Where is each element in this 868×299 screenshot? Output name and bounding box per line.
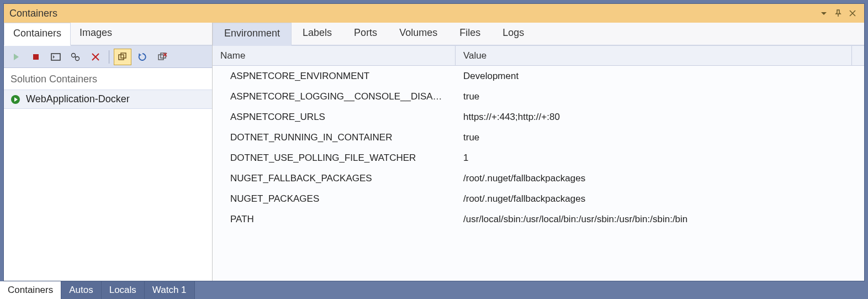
group-header-solution: Solution Containers <box>4 68 212 90</box>
column-header-value[interactable]: Value <box>456 46 852 65</box>
tab-volumes[interactable]: Volumes <box>388 23 448 45</box>
env-value: /root/.nuget/fallbackpackages <box>456 193 864 204</box>
container-name: WebApplication-Docker <box>26 93 130 105</box>
bottom-tab-autos[interactable]: Autos <box>61 281 101 299</box>
table-row[interactable]: PATH/usr/local/sbin:/usr/local/bin:/usr/… <box>213 209 864 229</box>
column-header-name[interactable]: Name <box>213 46 456 65</box>
tab-labels[interactable]: Labels <box>292 23 343 45</box>
containers-toolbar <box>4 46 212 68</box>
env-value: 1 <box>456 153 864 164</box>
container-item[interactable]: WebApplication-Docker <box>4 90 212 109</box>
env-value: Development <box>456 71 864 82</box>
table-row[interactable]: DOTNET_RUNNING_IN_CONTAINERtrue <box>213 127 864 148</box>
show-all-button[interactable] <box>114 49 131 65</box>
tab-environment[interactable]: Environment <box>213 23 292 46</box>
refresh-button[interactable] <box>134 49 151 65</box>
table-row[interactable]: NUGET_PACKAGES/root/.nuget/fallbackpacka… <box>213 188 864 209</box>
content-area: Containers Images <box>4 23 864 281</box>
start-button[interactable] <box>7 49 25 65</box>
table-row[interactable]: ASPNETCORE_URLShttps://+:443;http://+:80 <box>213 107 864 127</box>
bottom-tab-watch1[interactable]: Watch 1 <box>145 281 195 299</box>
table-row[interactable]: ASPNETCORE_ENVIRONMENTDevelopment <box>213 66 864 86</box>
tab-logs[interactable]: Logs <box>491 23 535 45</box>
tab-containers[interactable]: Containers <box>4 23 71 46</box>
containers-tool-window: Containers Containers Images <box>3 3 865 281</box>
env-value: true <box>456 132 864 143</box>
tab-ports[interactable]: Ports <box>343 23 388 45</box>
remove-button[interactable] <box>87 49 104 65</box>
environment-grid[interactable]: ASPNETCORE_ENVIRONMENTDevelopment ASPNET… <box>213 66 864 281</box>
table-row[interactable]: ASPNETCORE_LOGGING__CONSOLE__DISA…true <box>213 86 864 107</box>
close-icon[interactable] <box>846 7 859 19</box>
prune-button[interactable] <box>154 49 171 65</box>
svg-rect-1 <box>51 54 60 60</box>
env-name: PATH <box>213 214 456 225</box>
env-value: /usr/local/sbin:/usr/local/bin:/usr/sbin… <box>456 214 864 225</box>
window-title: Containers <box>9 8 57 19</box>
grid-header: Name Value <box>213 46 864 66</box>
bottom-tab-containers[interactable]: Containers <box>0 281 61 299</box>
titlebar[interactable]: Containers <box>4 4 864 23</box>
detail-tabs: Environment Labels Ports Volumes Files L… <box>213 23 864 46</box>
left-tabs: Containers Images <box>4 23 212 46</box>
env-name: ASPNETCORE_ENVIRONMENT <box>213 71 456 82</box>
env-name: NUGET_FALLBACK_PACKAGES <box>213 173 456 184</box>
env-name: DOTNET_RUNNING_IN_CONTAINER <box>213 132 456 143</box>
tab-files[interactable]: Files <box>448 23 491 45</box>
running-icon <box>10 95 20 104</box>
right-pane: Environment Labels Ports Volumes Files L… <box>213 23 864 281</box>
tab-images[interactable]: Images <box>71 23 121 45</box>
attach-debugger-button[interactable] <box>67 49 84 65</box>
env-value: https://+:443;http://+:80 <box>456 112 864 123</box>
table-row[interactable]: DOTNET_USE_POLLING_FILE_WATCHER1 <box>213 148 864 168</box>
pin-icon[interactable] <box>832 7 844 19</box>
env-value: /root/.nuget/fallbackpackages <box>456 173 864 184</box>
env-value: true <box>456 91 864 102</box>
env-name: NUGET_PACKAGES <box>213 193 456 204</box>
left-pane: Containers Images <box>4 23 213 281</box>
bottom-tab-locals[interactable]: Locals <box>102 281 145 299</box>
env-name: ASPNETCORE_URLS <box>213 112 456 123</box>
env-name: ASPNETCORE_LOGGING__CONSOLE__DISA… <box>213 91 456 102</box>
window-options-dropdown-icon[interactable] <box>818 7 830 19</box>
env-name: DOTNET_USE_POLLING_FILE_WATCHER <box>213 153 456 164</box>
bottom-tool-tabs: Containers Autos Locals Watch 1 <box>0 281 868 299</box>
stop-button[interactable] <box>27 49 45 65</box>
terminal-button[interactable] <box>47 49 65 65</box>
table-row[interactable]: NUGET_FALLBACK_PACKAGES/root/.nuget/fall… <box>213 168 864 188</box>
svg-rect-0 <box>33 54 39 60</box>
toolbar-separator <box>109 50 109 64</box>
